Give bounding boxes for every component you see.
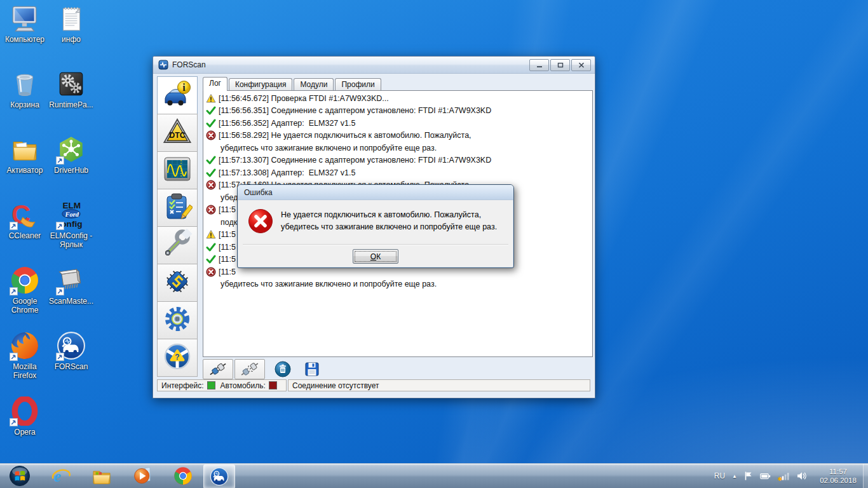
log-line: убедитесь что зажигание включено и попро… bbox=[203, 142, 592, 154]
programming-icon bbox=[162, 266, 193, 299]
close-button[interactable] bbox=[571, 59, 591, 71]
window-title: FORScan bbox=[172, 60, 206, 69]
svg-text:✱: ✱ bbox=[778, 476, 782, 481]
log-error-icon bbox=[206, 267, 216, 277]
tab-модули[interactable]: Модули bbox=[294, 78, 334, 90]
desktop-icon-folder[interactable]: Активатор bbox=[1, 135, 48, 175]
trash-icon bbox=[275, 361, 291, 377]
shortcut-arrow-icon bbox=[56, 353, 64, 361]
log-text: убедитесь что зажигание включено и попро… bbox=[220, 280, 437, 288]
window-titlebar[interactable]: FORScan bbox=[153, 57, 595, 74]
tab-bar: ЛогКонфигурацияМодулиПрофили bbox=[203, 77, 383, 90]
sidebar: iDTC? bbox=[157, 77, 198, 377]
desktop-icon-forscan[interactable]: FORScan bbox=[48, 331, 95, 371]
taskbar-forscan[interactable] bbox=[203, 464, 235, 488]
show-desktop-button[interactable] bbox=[863, 464, 868, 488]
log-toolbar bbox=[203, 360, 325, 379]
network-icon[interactable]: ✱ bbox=[778, 471, 790, 481]
taskbar-media-player[interactable] bbox=[126, 464, 159, 487]
svg-text:DTC: DTC bbox=[169, 131, 186, 140]
sidebar-button-programming[interactable] bbox=[157, 264, 198, 302]
dtc-icon: DTC bbox=[162, 116, 193, 149]
log-line: убедитесь что зажигание включено и попро… bbox=[203, 278, 592, 291]
clock[interactable]: 11:57 02.06.2018 bbox=[815, 467, 862, 485]
desktop-icon-recycle-bin[interactable]: Корзина bbox=[1, 69, 48, 109]
vehicle-info-icon: i bbox=[162, 79, 193, 112]
tab-конфигурация[interactable]: Конфигурация bbox=[229, 78, 293, 90]
explorer-icon bbox=[92, 466, 112, 486]
start-button[interactable] bbox=[5, 464, 34, 487]
save-icon bbox=[304, 361, 320, 377]
dialog-titlebar[interactable]: Ошибка bbox=[238, 185, 513, 200]
desktop-icon-opera[interactable]: Opera bbox=[1, 396, 48, 437]
desktop-icon-label: инфо bbox=[48, 35, 95, 44]
speaker-icon[interactable] bbox=[797, 471, 808, 480]
scanmaster-icon bbox=[57, 266, 86, 295]
svg-text:onfig: onfig bbox=[61, 219, 82, 229]
log-text: [11:57:13.308] Адаптер: ELM327 v1.5 bbox=[219, 168, 355, 177]
ccleaner-icon: C bbox=[10, 200, 39, 229]
desktop-icon-label: FORScan bbox=[48, 362, 95, 371]
log-success-icon bbox=[206, 242, 216, 252]
desktop-icon-driverhub[interactable]: DriverHub bbox=[48, 135, 95, 175]
maximize-button[interactable] bbox=[550, 59, 570, 71]
plug-disconnect-icon bbox=[241, 362, 259, 377]
desktop-icon-elmconfig[interactable]: ELMFordonfigELMConfig - Ярлык bbox=[48, 200, 95, 249]
action-center-flag-icon[interactable] bbox=[744, 471, 753, 481]
desktop-icon-firefox[interactable]: Mozilla Firefox bbox=[1, 331, 48, 380]
connect-button[interactable] bbox=[203, 359, 233, 379]
desktop-icon-runtimepack[interactable]: RuntimePa... bbox=[48, 69, 95, 109]
log-text: [11:57:13.307] Соединение с адаптером ус… bbox=[219, 156, 491, 165]
desktop-icon-scanmaster[interactable]: ScanMaste... bbox=[48, 266, 95, 306]
elmconfig-icon: ELMFordonfig bbox=[57, 200, 86, 229]
minimize-button[interactable] bbox=[529, 59, 549, 71]
ok-button[interactable]: ОК bbox=[353, 249, 398, 264]
svg-text:?: ? bbox=[175, 353, 179, 362]
taskbar-windows-explorer[interactable] bbox=[85, 464, 118, 487]
save-log-button[interactable] bbox=[299, 360, 325, 379]
driverhub-icon bbox=[57, 135, 86, 164]
dialog-message-line2: убедитесь что зажигание включено и попро… bbox=[281, 221, 497, 233]
forscan-icon bbox=[210, 467, 229, 486]
language-indicator[interactable]: RU bbox=[714, 471, 725, 480]
disconnect-button[interactable] bbox=[234, 359, 265, 379]
svg-text:i: i bbox=[182, 82, 186, 93]
sidebar-button-settings[interactable] bbox=[157, 301, 198, 339]
hidden-icons-arrow[interactable]: ▲ bbox=[732, 473, 737, 479]
settings-icon bbox=[162, 304, 193, 337]
clear-log-button[interactable] bbox=[270, 360, 295, 379]
desktop-icon-chrome[interactable]: Google Chrome bbox=[1, 266, 48, 315]
desktop-icon-notepad[interactable]: инфо bbox=[48, 4, 95, 44]
shortcut-arrow-icon bbox=[10, 418, 18, 426]
connection-status-text: Соединение отсутствует bbox=[292, 381, 379, 390]
interface-status-square bbox=[207, 381, 215, 390]
desktop-icon-computer[interactable]: Компьютер bbox=[1, 4, 48, 44]
taskbar-internet-explorer[interactable]: e bbox=[44, 464, 78, 487]
desktop-icon-ccleaner[interactable]: CCCleaner bbox=[1, 200, 48, 240]
sidebar-button-service[interactable] bbox=[157, 226, 198, 264]
log-line: [11:56:56.351] Соединение с адаптером ус… bbox=[203, 105, 592, 118]
interface-label: Интерфейс: bbox=[161, 381, 204, 390]
sidebar-button-tests[interactable] bbox=[157, 189, 198, 227]
sidebar-button-help[interactable]: ? bbox=[157, 339, 198, 377]
start-icon bbox=[9, 465, 31, 487]
battery-icon[interactable] bbox=[760, 473, 771, 480]
tab-лог[interactable]: Лог bbox=[203, 77, 227, 91]
log-line: [11:57:13.308] Адаптер: ELM327 v1.5 bbox=[203, 166, 592, 179]
log-indent-spacer bbox=[206, 193, 216, 203]
error-icon bbox=[248, 208, 273, 234]
tab-профили[interactable]: Профили bbox=[335, 78, 381, 90]
sidebar-button-vehicle-info[interactable]: i bbox=[157, 76, 198, 114]
status-segment-text: Соединение отсутствует bbox=[288, 379, 590, 391]
log-success-icon bbox=[206, 118, 216, 128]
log-warning-icon bbox=[206, 229, 216, 240]
log-line: [11:56:58.292] Не удается подключиться к… bbox=[203, 130, 592, 142]
taskbar-chrome[interactable] bbox=[166, 464, 200, 487]
desktop-icon-label: Google Chrome bbox=[1, 297, 48, 315]
wmp-icon bbox=[132, 466, 153, 486]
sidebar-button-dtc[interactable]: DTC bbox=[157, 114, 198, 152]
sidebar-button-oscilloscope[interactable] bbox=[157, 151, 198, 189]
ie-icon: e bbox=[51, 466, 71, 486]
status-segment-connection: Интерфейс: Автомобиль: bbox=[157, 379, 287, 391]
log-text: [11:56:58.292] Не удается подключиться к… bbox=[219, 131, 471, 140]
